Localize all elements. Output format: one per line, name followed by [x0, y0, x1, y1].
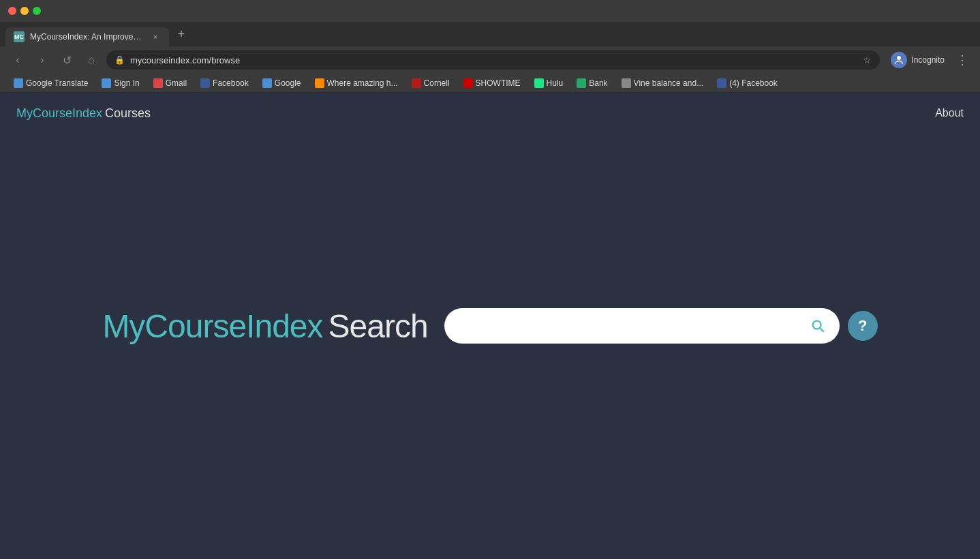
app-content: MyCourseIndex Courses About MyCourseInde… — [0, 93, 980, 559]
browser-menu-button[interactable]: ⋮ — [953, 50, 972, 70]
bookmark-favicon — [14, 78, 23, 88]
bookmark-item[interactable]: Where amazing h... — [309, 77, 403, 89]
bookmark-favicon — [717, 78, 726, 88]
bookmark-label: Where amazing h... — [327, 78, 398, 88]
help-button[interactable]: ? — [848, 311, 878, 341]
bookmark-favicon — [200, 78, 210, 88]
search-input[interactable] — [458, 320, 801, 332]
tab-title: MyCourseIndex: An Improved... — [30, 32, 144, 42]
app-nav: MyCourseIndex Courses About — [0, 93, 980, 134]
bookmark-favicon — [622, 78, 631, 88]
hero-title: MyCourseIndex Search — [102, 307, 427, 345]
url-text: mycourseindex.com/browse — [130, 55, 857, 65]
title-bar — [0, 0, 980, 22]
hero-search-label: Search — [328, 307, 428, 345]
bookmark-label: Hulu — [547, 78, 564, 88]
traffic-lights — [8, 7, 41, 15]
bookmark-favicon — [534, 78, 544, 88]
lock-icon: 🔒 — [114, 55, 125, 65]
hero-row: MyCourseIndex Search ? — [102, 307, 877, 345]
profile-label: Incognito — [911, 55, 945, 65]
help-icon: ? — [858, 317, 867, 335]
reload-button[interactable]: ↺ — [57, 50, 76, 70]
browser-actions: Incognito ⋮ — [885, 49, 972, 71]
tab-close-button[interactable]: × — [150, 31, 161, 42]
maximize-traffic-light[interactable] — [33, 7, 41, 15]
forward-button[interactable]: › — [33, 50, 52, 70]
tab-favicon: MC — [14, 31, 25, 42]
browser-chrome: MC MyCourseIndex: An Improved... × + ‹ ›… — [0, 0, 980, 93]
bookmark-favicon — [412, 78, 421, 88]
bookmark-favicon — [262, 78, 272, 88]
profile-icon — [891, 52, 907, 68]
bookmark-favicon — [153, 78, 163, 88]
bookmark-favicon — [463, 78, 473, 88]
new-tab-button[interactable]: + — [172, 25, 191, 44]
nav-brand-name[interactable]: MyCourseIndex — [16, 106, 102, 121]
bookmark-label: (4) Facebook — [729, 78, 778, 88]
bookmark-label: Google Translate — [26, 78, 88, 88]
bookmark-item[interactable]: Sign In — [96, 77, 144, 89]
bookmark-label: Cornell — [424, 78, 450, 88]
bookmark-item[interactable]: Cornell — [406, 77, 455, 89]
hero-brand-name: MyCourseIndex — [102, 307, 322, 345]
bookmark-label: Google — [275, 78, 301, 88]
bookmark-label: Vine balance and... — [634, 78, 704, 88]
bookmarks-bar: Google TranslateSign InGmailFacebookGoog… — [0, 74, 980, 93]
bookmark-item[interactable]: Facebook — [195, 77, 254, 89]
bookmark-favicon — [315, 78, 324, 88]
bookmark-label: Gmail — [166, 78, 187, 88]
bookmark-label: Sign In — [114, 78, 139, 88]
address-bar-row: ‹ › ↺ ⌂ 🔒 mycourseindex.com/browse ☆ Inc… — [0, 46, 980, 74]
bookmark-label: Bank — [589, 78, 607, 88]
search-button[interactable] — [807, 315, 829, 337]
back-button[interactable]: ‹ — [8, 50, 27, 70]
bookmark-label: Facebook — [213, 78, 249, 88]
nav-brand: MyCourseIndex Courses — [16, 106, 151, 121]
tab-bar: MC MyCourseIndex: An Improved... × + — [0, 22, 980, 46]
bookmark-item[interactable]: Gmail — [148, 77, 192, 89]
search-container: ? — [444, 308, 878, 344]
search-input-wrapper[interactable] — [444, 308, 840, 344]
address-bar[interactable]: 🔒 mycourseindex.com/browse ☆ — [106, 50, 880, 70]
nav-brand-courses[interactable]: Courses — [105, 106, 151, 121]
minimize-traffic-light[interactable] — [20, 7, 29, 15]
svg-line-1 — [820, 328, 823, 331]
active-tab[interactable]: MC MyCourseIndex: An Improved... × — [5, 27, 169, 46]
close-traffic-light[interactable] — [8, 7, 16, 15]
bookmark-favicon — [102, 78, 111, 88]
bookmark-item[interactable]: Google — [257, 77, 307, 89]
bookmark-item[interactable]: Bank — [571, 77, 613, 89]
nav-about-link[interactable]: About — [935, 107, 964, 119]
bookmark-item[interactable]: Google Translate — [8, 77, 93, 89]
star-icon[interactable]: ☆ — [863, 55, 872, 65]
hero-section: MyCourseIndex Search ? — [0, 134, 980, 559]
bookmark-item[interactable]: (4) Facebook — [711, 77, 783, 89]
bookmark-item[interactable]: Vine balance and... — [616, 77, 709, 89]
profile-button[interactable]: Incognito — [885, 49, 950, 71]
bookmark-item[interactable]: SHOWTIME — [458, 77, 526, 89]
bookmark-label: SHOWTIME — [476, 78, 521, 88]
bookmark-item[interactable]: Hulu — [529, 77, 569, 89]
home-button[interactable]: ⌂ — [82, 50, 101, 70]
bookmark-favicon — [577, 78, 586, 88]
